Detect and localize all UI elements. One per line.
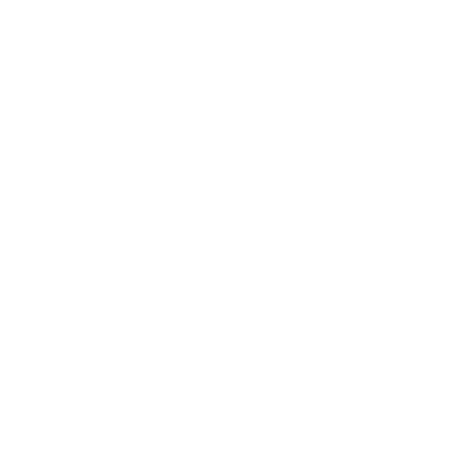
tvfool-report	[0, 0, 476, 457]
signal-strength-chart	[0, 364, 476, 457]
search-criteria	[33, 249, 152, 267]
azimuth-radar-plot	[0, 35, 184, 237]
